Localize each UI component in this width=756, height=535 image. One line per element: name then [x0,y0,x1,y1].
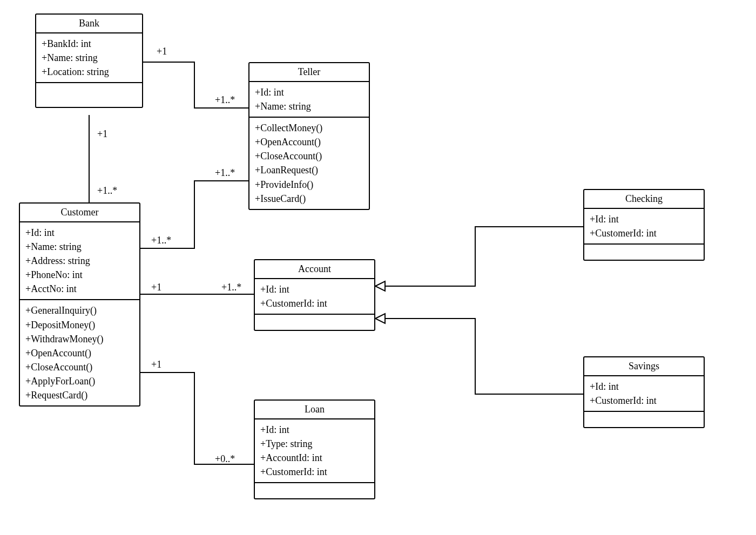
mult-customer-loan-customer: +1 [151,359,161,370]
class-customer-attrs: +Id: int +Name: string +Address: string … [20,222,139,300]
mult-bank-teller-bank: +1 [157,46,167,57]
class-customer-title: Customer [20,204,139,222]
class-savings-attrs: +Id: int +CustomerId: int [584,376,704,412]
mult-customer-account-customer: +1 [151,282,161,293]
mult-customer-teller-teller: +1..* [215,167,235,179]
mult-bank-customer-bank: +1 [97,128,107,140]
mult-bank-customer-customer: +1..* [97,185,117,197]
class-bank-title: Bank [36,15,142,33]
arrowhead-account-savings [375,314,385,323]
class-account: Account +Id: int +CustomerId: int [254,259,375,331]
class-checking-title: Checking [584,190,704,209]
class-savings-title: Savings [584,357,704,376]
arrowhead-account-checking [375,281,385,291]
mult-customer-teller-customer: +1..* [151,235,171,246]
class-checking: Checking +Id: int +CustomerId: int [583,189,705,261]
class-bank: Bank +BankId: int +Name: string +Locatio… [35,13,143,108]
edge-account-checking [385,227,583,286]
class-savings-ops [584,412,704,427]
edge-customer-loan [140,373,254,464]
class-bank-attrs: +BankId: int +Name: string +Location: st… [36,33,142,83]
class-teller-title: Teller [249,63,369,82]
class-loan-attrs: +Id: int +Type: string +AccountId: int +… [255,419,374,483]
class-account-ops [255,315,374,330]
class-teller-ops: +CollectMoney() +OpenAccount() +CloseAcc… [249,118,369,209]
mult-customer-account-account: +1..* [221,282,241,293]
mult-customer-loan-loan: +0..* [215,453,235,465]
class-loan-title: Loan [255,401,374,419]
edge-account-savings [385,319,583,394]
class-loan: Loan +Id: int +Type: string +AccountId: … [254,399,375,499]
class-account-title: Account [255,260,374,279]
class-bank-ops [36,83,142,107]
class-teller-attrs: +Id: int +Name: string [249,82,369,118]
class-loan-ops [255,483,374,498]
class-checking-ops [584,245,704,260]
class-customer: Customer +Id: int +Name: string +Address… [19,202,140,407]
mult-bank-teller-teller: +1..* [215,94,235,106]
class-account-attrs: +Id: int +CustomerId: int [255,279,374,315]
class-customer-ops: +GeneralInquiry() +DepositMoney() +Withd… [20,300,139,405]
uml-class-diagram: Bank +BankId: int +Name: string +Locatio… [0,0,756,535]
class-teller: Teller +Id: int +Name: string +CollectMo… [248,62,370,210]
class-savings: Savings +Id: int +CustomerId: int [583,356,705,428]
class-checking-attrs: +Id: int +CustomerId: int [584,209,704,245]
